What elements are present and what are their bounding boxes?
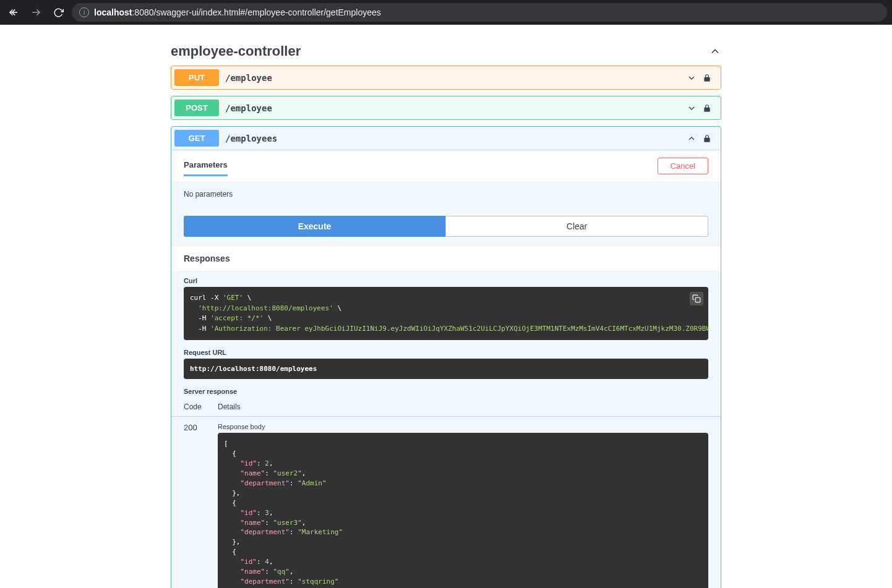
chevron-up-icon bbox=[709, 45, 721, 58]
operation-path: /employee bbox=[225, 103, 687, 113]
chevron-up-icon bbox=[687, 134, 697, 143]
request-url-box: http://localhost:8080/employees bbox=[184, 359, 708, 379]
method-badge-post: POST bbox=[174, 100, 219, 116]
operation-summary[interactable]: POST /employee bbox=[171, 96, 721, 119]
arrow-left-icon bbox=[8, 7, 19, 18]
arrow-right-icon bbox=[30, 7, 41, 18]
svg-rect-2 bbox=[695, 297, 700, 302]
response-row-200: 200 Response body [ { "id": 2, "name": "… bbox=[171, 417, 721, 588]
method-badge-get: GET bbox=[174, 130, 219, 147]
execute-button[interactable]: Execute bbox=[184, 216, 445, 237]
tag-name: employee-controller bbox=[171, 43, 301, 59]
server-response-label: Server response bbox=[184, 388, 708, 395]
reload-icon bbox=[53, 7, 64, 18]
operation-summary[interactable]: PUT /employee bbox=[171, 66, 721, 89]
operation-path: /employees bbox=[225, 134, 687, 143]
operation-summary[interactable]: GET /employees bbox=[171, 127, 721, 150]
lock-icon[interactable] bbox=[703, 74, 711, 82]
response-body-label: Response body bbox=[218, 423, 708, 430]
tag-header[interactable]: employee-controller bbox=[171, 37, 721, 66]
operation-path: /employee bbox=[225, 73, 687, 83]
operation-post-employee: POST /employee bbox=[171, 96, 721, 120]
curl-box: curl -X 'GET' \ 'http://localhost:8080/e… bbox=[184, 287, 708, 340]
nav-forward-button[interactable] bbox=[27, 4, 45, 21]
operation-get-employees: GET /employees Parameters Cancel No para… bbox=[171, 126, 721, 588]
response-table-header: Code Details bbox=[171, 400, 721, 417]
method-badge-put: PUT bbox=[174, 69, 219, 86]
nav-reload-button[interactable] bbox=[49, 4, 67, 21]
parameters-tab[interactable]: Parameters bbox=[184, 155, 228, 176]
info-icon: i bbox=[79, 7, 89, 17]
parameters-header: Parameters Cancel bbox=[171, 150, 721, 181]
lock-icon[interactable] bbox=[703, 134, 711, 143]
no-parameters-text: No parameters bbox=[171, 181, 721, 207]
browser-toolbar: i localhost:8080/swagger-ui/index.html#/… bbox=[0, 0, 892, 25]
operation-put-employee: PUT /employee bbox=[171, 66, 721, 90]
url-bar[interactable]: i localhost:8080/swagger-ui/index.html#/… bbox=[72, 3, 887, 22]
lock-icon[interactable] bbox=[703, 104, 711, 113]
col-details: Details bbox=[218, 403, 708, 411]
cancel-button[interactable]: Cancel bbox=[658, 158, 708, 174]
responses-heading: Responses bbox=[171, 245, 721, 271]
url-text: localhost:8080/swagger-ui/index.html#/em… bbox=[94, 7, 381, 17]
chevron-down-icon bbox=[687, 103, 697, 113]
clear-button[interactable]: Clear bbox=[445, 216, 708, 237]
nav-back-button[interactable] bbox=[5, 4, 22, 21]
response-body-box: [ { "id": 2, "name": "user2", "departmen… bbox=[218, 433, 708, 588]
col-code: Code bbox=[184, 403, 218, 411]
status-code: 200 bbox=[184, 423, 218, 588]
request-url-label: Request URL bbox=[184, 349, 708, 356]
request-url-value: http://localhost:8080/employees bbox=[190, 365, 317, 373]
curl-label: Curl bbox=[184, 277, 708, 284]
chevron-down-icon bbox=[687, 73, 697, 83]
copy-icon[interactable] bbox=[690, 292, 703, 305]
